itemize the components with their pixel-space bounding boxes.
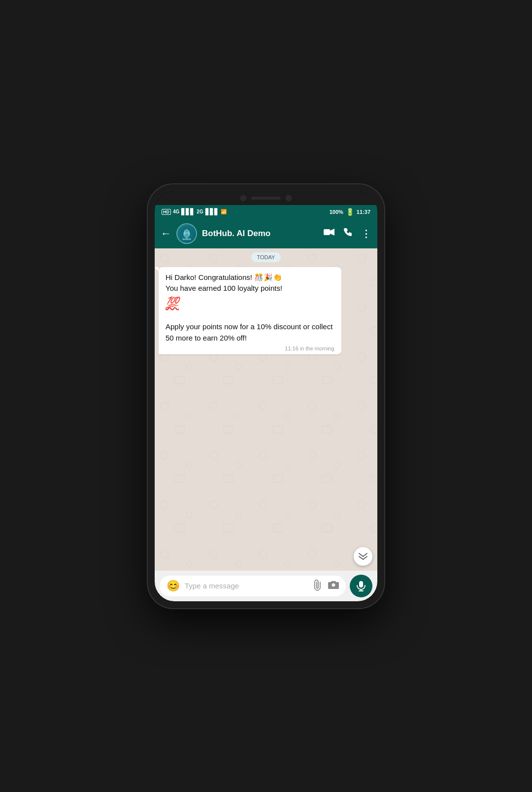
voice-call-icon[interactable]: [343, 228, 352, 239]
front-sensor: [286, 195, 292, 201]
svg-rect-2: [324, 229, 330, 235]
network-4g: 4G: [173, 209, 179, 214]
input-bar: 😊 Type a message: [155, 571, 377, 601]
message-bubble: Hi Darko! Congratulations! 🎊🎉👏 You have …: [159, 267, 341, 355]
hd-indicator: HD: [162, 209, 171, 215]
front-camera: [240, 195, 246, 201]
contact-name: BotHub. AI Demo: [202, 229, 319, 239]
signal-bars-2: ▋▋▋: [205, 208, 219, 215]
mic-button[interactable]: [350, 575, 372, 597]
attach-button[interactable]: [310, 578, 326, 594]
date-badge: TODAY: [251, 252, 281, 262]
status-bar: HD 4G ▋▋▋ 2G ▋▋▋ 📶 100% 🔋 11:37: [155, 205, 377, 219]
signal-bars-1: ▋▋▋: [181, 208, 195, 215]
svg-rect-5: [359, 581, 363, 587]
video-call-icon[interactable]: [324, 228, 334, 239]
phone-frame: HD 4G ▋▋▋ 2G ▋▋▋ 📶 100% 🔋 11:37 ←: [148, 184, 384, 608]
chat-header: ← bothub BotHub. AI Demo: [155, 219, 377, 248]
chat-spacer: [159, 354, 373, 567]
message-input-placeholder[interactable]: Type a message: [185, 582, 308, 590]
battery-icon: 🔋: [346, 208, 354, 216]
emoji-button[interactable]: 😊: [166, 580, 180, 592]
chat-body: TODAY Hi Darko! Congratulations! 🎊🎉👏 You…: [155, 248, 377, 571]
camera-button[interactable]: [328, 580, 339, 591]
phone-screen: HD 4G ▋▋▋ 2G ▋▋▋ 📶 100% 🔋 11:37 ←: [155, 191, 377, 601]
wifi-icon: 📶: [221, 209, 227, 214]
more-options-icon[interactable]: ⋮: [361, 228, 371, 240]
svg-marker-3: [330, 229, 334, 236]
time-display: 11:37: [357, 209, 370, 215]
message-line3: Apply your points now for a 10% discount…: [166, 322, 332, 342]
scroll-down-button[interactable]: [354, 547, 372, 566]
contact-avatar[interactable]: bothub: [176, 223, 197, 244]
status-right: 100% 🔋 11:37: [330, 208, 370, 216]
message-text: Hi Darko! Congratulations! 🎊🎉👏 You have …: [166, 272, 334, 344]
message-input-wrapper: 😊 Type a message: [160, 576, 346, 596]
svg-point-4: [332, 584, 335, 587]
phone-top-bar: [155, 191, 377, 205]
svg-text:bothub: bothub: [183, 238, 191, 241]
status-left: HD 4G ▋▋▋ 2G ▋▋▋ 📶: [162, 208, 227, 215]
back-button[interactable]: ←: [161, 227, 171, 240]
message-line2: You have earned 100 loyalty points!: [166, 284, 282, 292]
message-emoji-100: 💯: [166, 296, 179, 309]
avatar-image: bothub: [177, 224, 196, 243]
network-2g: 2G: [197, 209, 203, 214]
battery-percent: 100%: [330, 209, 343, 215]
phone-speaker: [251, 197, 281, 200]
header-actions: ⋮: [324, 228, 371, 240]
chat-messages: TODAY Hi Darko! Congratulations! 🎊🎉👏 You…: [155, 248, 377, 571]
message-timestamp: 11:16 in the morning: [166, 345, 334, 351]
message-line1: Hi Darko! Congratulations! 🎊🎉👏: [166, 273, 282, 281]
